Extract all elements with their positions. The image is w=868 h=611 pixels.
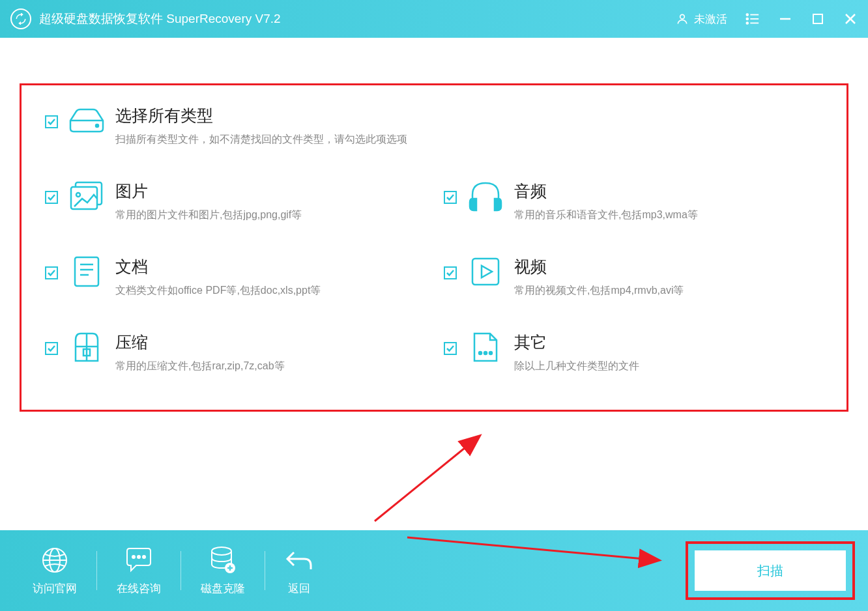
checkbox-archive[interactable] <box>45 342 58 355</box>
option-title: 音频 <box>514 180 698 202</box>
svg-point-26 <box>484 352 487 354</box>
option-video[interactable]: 视频 常用的视频文件,包括mp4,rmvb,avi等 <box>444 253 823 298</box>
close-button[interactable] <box>843 12 858 26</box>
option-title: 视频 <box>514 256 684 277</box>
svg-line-29 <box>375 436 479 521</box>
scan-button[interactable]: 扫描 <box>695 550 846 591</box>
svg-point-0 <box>680 14 685 19</box>
option-title: 压缩 <box>115 332 285 353</box>
disk-icon <box>68 102 105 139</box>
checkbox-document[interactable] <box>45 266 58 279</box>
website-button[interactable]: 访问官网 <box>13 546 96 596</box>
menu-icon[interactable] <box>745 12 760 26</box>
chat-icon <box>124 546 153 575</box>
option-desc: 文档类文件如office PDF等,包括doc,xls,ppt等 <box>115 284 321 298</box>
option-title: 图片 <box>115 180 302 202</box>
option-desc: 常用的压缩文件,包括rar,zip,7z,cab等 <box>115 360 285 373</box>
svg-point-25 <box>479 352 482 354</box>
app-title: 超级硬盘数据恢复软件 SuperRecovery V7.2 <box>39 10 676 27</box>
consult-button[interactable]: 在线咨询 <box>97 546 181 596</box>
activation-text: 未激活 <box>694 12 727 27</box>
checkbox-all[interactable] <box>45 115 58 128</box>
btm-label: 磁盘克隆 <box>201 581 245 596</box>
svg-marker-21 <box>482 266 492 277</box>
titlebar-right: 未激活 <box>676 12 858 27</box>
back-button[interactable]: 返回 <box>265 546 333 596</box>
app-logo-icon <box>10 8 31 29</box>
document-icon <box>68 253 105 290</box>
video-icon <box>467 253 504 290</box>
activation-status[interactable]: 未激活 <box>676 12 727 27</box>
svg-point-5 <box>746 22 748 24</box>
svg-point-35 <box>137 556 140 558</box>
option-document[interactable]: 文档 文档类文件如office PDF等,包括doc,xls,ppt等 <box>45 253 424 298</box>
checkbox-other[interactable] <box>444 342 457 355</box>
clone-button[interactable]: 磁盘克隆 <box>181 546 265 596</box>
option-all-types[interactable]: 选择所有类型 扫描所有类型文件，如不清楚找回的文件类型，请勾选此项选项 <box>45 102 823 147</box>
svg-point-12 <box>96 124 98 127</box>
globe-icon <box>41 546 68 575</box>
database-icon <box>209 546 237 575</box>
checkbox-audio[interactable] <box>444 191 457 204</box>
option-title: 其它 <box>514 332 639 353</box>
bottom-toolbar: 访问官网 在线咨询 磁盘克隆 返回 扫描 <box>0 530 868 611</box>
option-title: 选择所有类型 <box>115 105 407 126</box>
back-icon <box>285 546 313 575</box>
btm-label: 在线咨询 <box>117 581 161 596</box>
svg-point-3 <box>746 18 748 20</box>
option-desc: 扫描所有类型文件，如不清楚找回的文件类型，请勾选此项选项 <box>115 133 407 147</box>
titlebar: 超级硬盘数据恢复软件 SuperRecovery V7.2 未激活 <box>0 0 868 38</box>
btm-label: 返回 <box>288 581 310 596</box>
option-archive[interactable]: 压缩 常用的压缩文件,包括rar,zip,7z,cab等 <box>45 329 424 373</box>
svg-rect-20 <box>472 259 499 285</box>
option-desc: 常用的图片文件和图片,包括jpg,png,gif等 <box>115 208 302 222</box>
minimize-button[interactable] <box>778 12 792 26</box>
headphones-icon <box>467 178 504 214</box>
svg-point-37 <box>212 547 231 555</box>
option-image[interactable]: 图片 常用的图片文件和图片,包括jpg,png,gif等 <box>45 178 424 222</box>
archive-icon <box>68 329 105 365</box>
file-other-icon <box>467 329 504 365</box>
scan-label: 扫描 <box>757 562 783 580</box>
option-desc: 常用的音乐和语音文件,包括mp3,wma等 <box>514 208 698 222</box>
maximize-button[interactable] <box>811 12 825 26</box>
option-audio[interactable]: 音频 常用的音乐和语音文件,包括mp3,wma等 <box>444 178 823 222</box>
svg-rect-16 <box>75 257 98 286</box>
checkbox-video[interactable] <box>444 266 457 279</box>
svg-point-1 <box>746 14 748 16</box>
file-type-options: 选择所有类型 扫描所有类型文件，如不清楚找回的文件类型，请勾选此项选项 图片 常… <box>20 83 848 412</box>
main-content: 选择所有类型 扫描所有类型文件，如不清楚找回的文件类型，请勾选此项选项 图片 常… <box>0 38 868 412</box>
svg-rect-8 <box>813 14 822 23</box>
option-other[interactable]: 其它 除以上几种文件类型的文件 <box>444 329 823 373</box>
option-title: 文档 <box>115 256 321 277</box>
image-icon <box>68 178 105 214</box>
svg-point-34 <box>132 556 135 558</box>
scan-button-highlight: 扫描 <box>686 541 855 600</box>
svg-point-27 <box>489 352 492 354</box>
checkbox-image[interactable] <box>45 191 58 204</box>
svg-point-36 <box>143 556 145 558</box>
option-desc: 除以上几种文件类型的文件 <box>514 360 639 373</box>
user-icon <box>676 12 689 25</box>
option-desc: 常用的视频文件,包括mp4,rmvb,avi等 <box>514 284 684 298</box>
btm-label: 访问官网 <box>33 581 77 596</box>
